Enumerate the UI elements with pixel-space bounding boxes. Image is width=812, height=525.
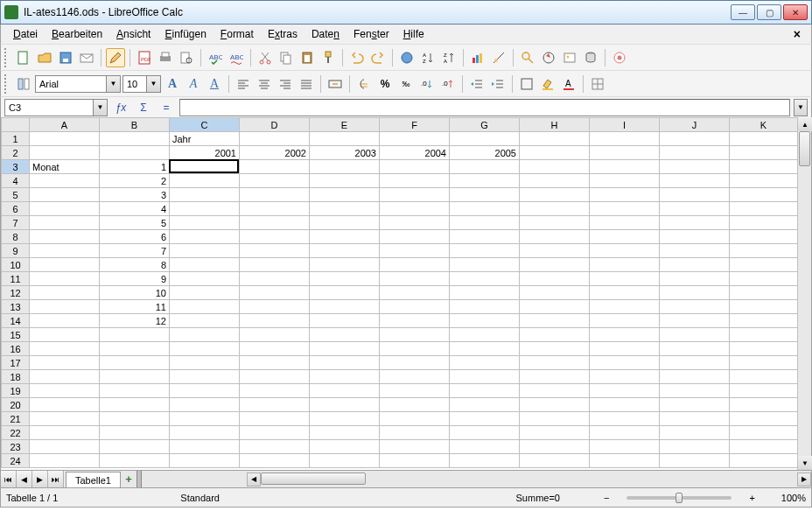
cell-H3[interactable]	[520, 160, 590, 174]
cell-F13[interactable]	[380, 300, 450, 314]
extra-grid-button[interactable]	[588, 74, 607, 94]
row-header-19[interactable]: 19	[2, 384, 30, 398]
cell-K20[interactable]	[730, 398, 798, 412]
cell-G4[interactable]	[450, 174, 520, 188]
row-header-7[interactable]: 7	[2, 216, 30, 230]
cell-F3[interactable]	[380, 160, 450, 174]
cell-G3[interactable]	[450, 160, 520, 174]
cell-B1[interactable]	[100, 132, 170, 146]
cell-H19[interactable]	[520, 384, 590, 398]
chevron-down-icon[interactable]: ▼	[146, 76, 160, 92]
scroll-left-icon[interactable]: ◀	[247, 472, 261, 486]
spreadsheet-grid[interactable]: ABCDEFGHIJK1Jahr2200120022003200420053Mo…	[1, 117, 797, 468]
cell-E6[interactable]	[310, 202, 380, 216]
cell-E14[interactable]	[310, 314, 380, 328]
row-header-4[interactable]: 4	[2, 174, 30, 188]
cell-F2[interactable]: 2004	[380, 146, 450, 160]
cell-F22[interactable]	[380, 426, 450, 440]
cell-J6[interactable]	[660, 202, 730, 216]
cell-K13[interactable]	[730, 300, 798, 314]
find-button[interactable]	[518, 48, 537, 67]
cell-F5[interactable]	[380, 188, 450, 202]
sort-asc-button[interactable]: AZ	[418, 48, 438, 67]
status-sum[interactable]: Summe=0	[516, 493, 560, 503]
menu-datei[interactable]: Datei	[6, 26, 45, 42]
cell-E3[interactable]	[310, 160, 380, 174]
col-header-G[interactable]: G	[450, 118, 520, 132]
cell-C21[interactable]	[170, 412, 240, 426]
cell-A1[interactable]	[30, 132, 100, 146]
cell-C14[interactable]	[170, 314, 240, 328]
cell-K19[interactable]	[730, 384, 798, 398]
cell-D13[interactable]	[240, 300, 310, 314]
align-justify-button[interactable]	[297, 74, 316, 94]
cell-F23[interactable]	[380, 440, 450, 454]
cell-E22[interactable]	[310, 426, 380, 440]
cell-H18[interactable]	[520, 370, 590, 384]
cell-D19[interactable]	[240, 384, 310, 398]
cell-C22[interactable]	[170, 426, 240, 440]
row-header-1[interactable]: 1	[2, 132, 30, 146]
cell-B24[interactable]	[100, 454, 170, 468]
cell-C13[interactable]	[170, 300, 240, 314]
cell-H9[interactable]	[520, 244, 590, 258]
row-header-15[interactable]: 15	[2, 328, 30, 342]
cell-H4[interactable]	[520, 174, 590, 188]
zoom-slider[interactable]	[626, 496, 732, 500]
cell-B19[interactable]	[100, 384, 170, 398]
cell-G17[interactable]	[450, 356, 520, 370]
align-center-button[interactable]	[255, 74, 274, 94]
cell-H5[interactable]	[520, 188, 590, 202]
cell-E4[interactable]	[310, 174, 380, 188]
scroll-down-icon[interactable]: ▼	[798, 456, 812, 470]
align-right-button[interactable]	[276, 74, 295, 94]
col-header-B[interactable]: B	[100, 118, 170, 132]
increase-indent-button[interactable]	[488, 74, 508, 94]
cell-I1[interactable]	[590, 132, 660, 146]
cell-B3[interactable]: 1	[100, 160, 170, 174]
gallery-button[interactable]	[560, 48, 579, 67]
cell-I20[interactable]	[590, 398, 660, 412]
cell-J20[interactable]	[660, 398, 730, 412]
cell-J16[interactable]	[660, 342, 730, 356]
cell-K17[interactable]	[730, 356, 798, 370]
cell-C16[interactable]	[170, 342, 240, 356]
cell-E19[interactable]	[310, 384, 380, 398]
styles-button[interactable]	[14, 74, 33, 94]
cell-D15[interactable]	[240, 328, 310, 342]
decrease-indent-button[interactable]	[467, 74, 486, 94]
cell-K16[interactable]	[730, 342, 798, 356]
vertical-scrollbar[interactable]: ▲ ▼	[797, 117, 811, 470]
cell-F20[interactable]	[380, 398, 450, 412]
export-pdf-button[interactable]: PDF	[135, 48, 154, 67]
row-header-9[interactable]: 9	[2, 244, 30, 258]
data-sources-button[interactable]	[581, 48, 600, 67]
cell-E11[interactable]	[310, 272, 380, 286]
cell-F15[interactable]	[380, 328, 450, 342]
menu-ansicht[interactable]: Ansicht	[109, 26, 158, 42]
document-close-icon[interactable]: ×	[788, 27, 806, 41]
zoom-value[interactable]: 100%	[781, 493, 806, 503]
cell-C12[interactable]	[170, 286, 240, 300]
cell-G15[interactable]	[450, 328, 520, 342]
sum-button[interactable]: Σ	[134, 98, 153, 117]
cell-I8[interactable]	[590, 230, 660, 244]
cell-E1[interactable]	[310, 132, 380, 146]
cell-F4[interactable]	[380, 174, 450, 188]
col-header-A[interactable]: A	[30, 118, 100, 132]
cell-K22[interactable]	[730, 426, 798, 440]
cell-A10[interactable]	[30, 258, 100, 272]
cell-D11[interactable]	[240, 272, 310, 286]
cell-I4[interactable]	[590, 174, 660, 188]
cell-I12[interactable]	[590, 286, 660, 300]
cell-I16[interactable]	[590, 342, 660, 356]
cell-I9[interactable]	[590, 244, 660, 258]
cell-E5[interactable]	[310, 188, 380, 202]
row-header-16[interactable]: 16	[2, 342, 30, 356]
cell-G20[interactable]	[450, 398, 520, 412]
cell-G6[interactable]	[450, 202, 520, 216]
cell-F7[interactable]	[380, 216, 450, 230]
menu-bearbeiten[interactable]: Bearbeiten	[45, 26, 109, 42]
cell-B9[interactable]: 7	[100, 244, 170, 258]
cell-D22[interactable]	[240, 426, 310, 440]
